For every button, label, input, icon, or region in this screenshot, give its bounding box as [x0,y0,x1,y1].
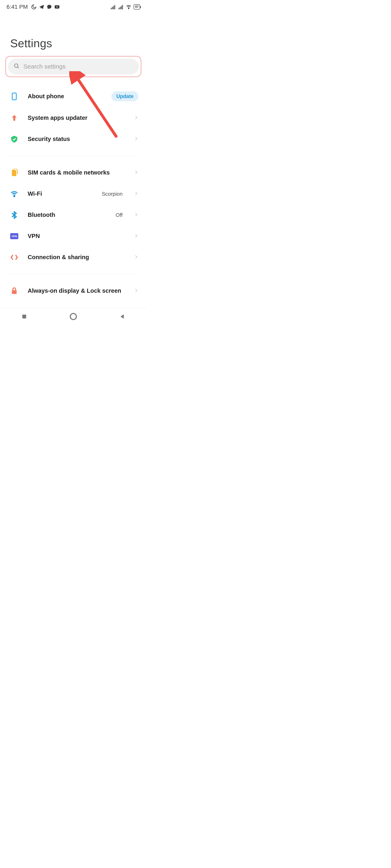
divider [8,274,138,274]
row-label: VPN [28,232,124,240]
row-always-on-display[interactable]: Always-on display & Lock screen [0,280,147,302]
svg-rect-1 [111,8,112,9]
row-vpn[interactable]: VPN VPN [0,226,147,247]
row-wifi[interactable]: Wi-Fi Scorpion [0,183,147,205]
svg-rect-4 [114,5,115,9]
search-placeholder: Search settings [23,63,65,70]
svg-rect-16 [22,314,26,318]
search-input[interactable]: Search settings [8,59,139,74]
chevron-right-icon [134,234,138,239]
chat-icon [47,4,52,10]
row-bluetooth[interactable]: Bluetooth Off [0,205,147,226]
moon-icon [31,4,37,10]
wifi-status-icon [126,4,132,10]
youtube-icon [54,4,60,10]
svg-rect-15 [12,290,17,294]
bluetooth-icon [10,211,18,219]
nav-back-button[interactable] [119,313,125,320]
navigation-bar [0,308,147,326]
row-connection-sharing[interactable]: Connection & sharing [0,247,147,268]
svg-point-14 [14,196,15,197]
row-label: Wi-Fi [28,190,92,198]
svg-rect-3 [113,6,114,9]
svg-line-11 [18,67,19,68]
signal-1-icon [110,4,116,10]
search-highlight-annotation: Search settings [5,56,141,77]
nav-home-button[interactable] [69,312,77,321]
chevron-right-icon [134,115,138,121]
vpn-icon: VPN [10,233,18,239]
chevron-right-icon [134,136,138,142]
svg-rect-8 [122,5,123,9]
row-label: Security status [28,135,124,143]
shield-check-icon [10,135,18,143]
svg-point-17 [70,313,76,319]
svg-point-9 [129,8,129,9]
svg-rect-2 [112,7,113,9]
update-badge[interactable]: Update [111,91,138,101]
nav-recents-button[interactable] [21,313,27,320]
divider [8,156,138,156]
battery-icon: 97 [134,4,140,9]
wifi-value: Scorpion [102,191,122,197]
row-label: Connection & sharing [28,253,124,261]
svg-rect-7 [121,6,122,9]
status-time: 6:41 PM [6,4,28,10]
svg-rect-5 [119,8,119,9]
phone-icon [10,92,18,100]
connection-icon [10,253,18,261]
page-title: Settings [0,12,147,56]
svg-rect-13 [12,93,16,100]
svg-point-10 [15,64,18,67]
search-icon [13,63,20,70]
sim-icon [10,168,18,177]
row-about-phone[interactable]: About phone Update [0,85,147,107]
lock-icon [10,287,18,295]
telegram-icon [39,4,45,10]
arrow-up-icon [10,114,18,122]
chevron-right-icon [134,212,138,218]
row-security-status[interactable]: Security status [0,129,147,150]
wifi-icon [10,190,18,198]
chevron-right-icon [134,255,138,260]
row-label: Bluetooth [28,211,106,219]
row-label: SIM cards & mobile networks [28,169,124,177]
svg-rect-6 [120,7,120,9]
chevron-right-icon [134,288,138,293]
row-label: Always-on display & Lock screen [28,287,124,295]
chevron-right-icon [134,170,138,175]
chevron-right-icon [134,191,138,196]
row-label: System apps updater [28,114,124,122]
status-bar: 6:41 PM 97 [0,0,147,12]
row-system-apps-updater[interactable]: System apps updater [0,107,147,129]
bluetooth-value: Off [116,212,122,218]
row-label: About phone [28,93,102,100]
row-sim-cards[interactable]: SIM cards & mobile networks [0,162,147,183]
signal-2-icon [118,4,124,10]
